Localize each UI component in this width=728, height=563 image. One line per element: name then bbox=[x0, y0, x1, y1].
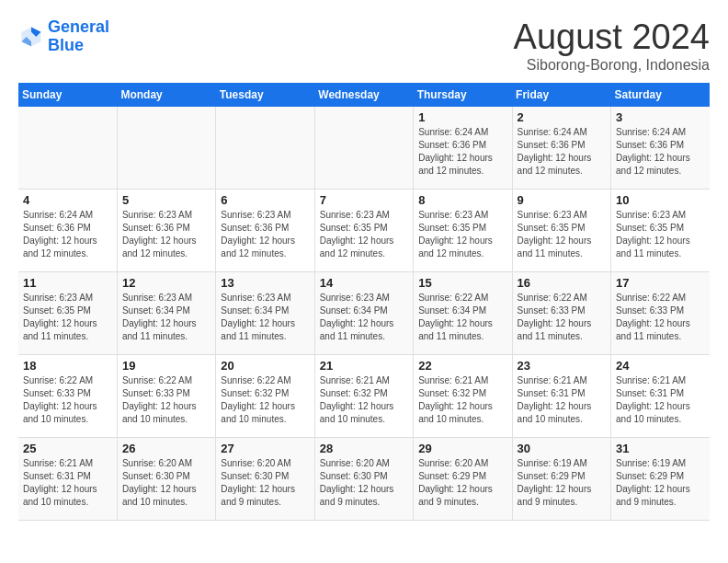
day-info: Sunrise: 6:24 AM Sunset: 6:36 PM Dayligh… bbox=[23, 209, 112, 260]
calendar-day-30: 30Sunrise: 6:19 AM Sunset: 6:29 PM Dayli… bbox=[512, 438, 610, 521]
location-subtitle: Siborong-Borong, Indonesia bbox=[514, 57, 710, 74]
calendar-day-11: 11Sunrise: 6:23 AM Sunset: 6:35 PM Dayli… bbox=[18, 272, 117, 355]
day-info: Sunrise: 6:23 AM Sunset: 6:36 PM Dayligh… bbox=[221, 209, 309, 260]
calendar-day-16: 16Sunrise: 6:22 AM Sunset: 6:33 PM Dayli… bbox=[512, 272, 610, 355]
day-info: Sunrise: 6:24 AM Sunset: 6:36 PM Dayligh… bbox=[418, 126, 506, 178]
day-info: Sunrise: 6:23 AM Sunset: 6:34 PM Dayligh… bbox=[221, 292, 309, 343]
calendar-day-2: 2Sunrise: 6:24 AM Sunset: 6:36 PM Daylig… bbox=[512, 107, 610, 190]
calendar-day-14: 14Sunrise: 6:23 AM Sunset: 6:34 PM Dayli… bbox=[314, 272, 413, 355]
day-number: 7 bbox=[320, 193, 408, 207]
calendar-day-6: 6Sunrise: 6:23 AM Sunset: 6:36 PM Daylig… bbox=[216, 190, 314, 272]
day-number: 16 bbox=[518, 276, 606, 290]
calendar-day-19: 19Sunrise: 6:22 AM Sunset: 6:33 PM Dayli… bbox=[117, 355, 215, 438]
day-number: 25 bbox=[23, 442, 112, 455]
day-number: 14 bbox=[320, 276, 408, 290]
day-info: Sunrise: 6:23 AM Sunset: 6:36 PM Dayligh… bbox=[122, 209, 210, 260]
calendar-day-10: 10Sunrise: 6:23 AM Sunset: 6:35 PM Dayli… bbox=[611, 190, 710, 272]
day-info: Sunrise: 6:21 AM Sunset: 6:31 PM Dayligh… bbox=[23, 457, 112, 509]
calendar-day-17: 17Sunrise: 6:22 AM Sunset: 6:33 PM Dayli… bbox=[611, 272, 710, 355]
calendar-empty-cell bbox=[117, 107, 215, 190]
calendar-day-12: 12Sunrise: 6:23 AM Sunset: 6:34 PM Dayli… bbox=[117, 272, 215, 355]
day-info: Sunrise: 6:23 AM Sunset: 6:35 PM Dayligh… bbox=[23, 292, 112, 343]
day-info: Sunrise: 6:21 AM Sunset: 6:31 PM Dayligh… bbox=[518, 374, 606, 426]
page-header: General Blue August 2024 Siborong-Borong… bbox=[18, 18, 710, 74]
day-info: Sunrise: 6:21 AM Sunset: 6:31 PM Dayligh… bbox=[616, 374, 705, 426]
day-number: 23 bbox=[518, 359, 606, 373]
day-number: 15 bbox=[418, 276, 506, 290]
weekday-header-friday: Friday bbox=[512, 83, 610, 107]
day-number: 21 bbox=[320, 359, 408, 373]
calendar-empty-cell bbox=[314, 107, 413, 190]
calendar-day-7: 7Sunrise: 6:23 AM Sunset: 6:35 PM Daylig… bbox=[314, 190, 413, 272]
day-number: 24 bbox=[616, 359, 705, 373]
day-number: 31 bbox=[616, 442, 705, 455]
month-title: August 2024 bbox=[514, 18, 710, 57]
day-info: Sunrise: 6:20 AM Sunset: 6:29 PM Dayligh… bbox=[418, 457, 506, 509]
day-number: 12 bbox=[122, 276, 210, 290]
day-number: 26 bbox=[122, 442, 210, 455]
day-info: Sunrise: 6:24 AM Sunset: 6:36 PM Dayligh… bbox=[518, 126, 606, 178]
day-info: Sunrise: 6:19 AM Sunset: 6:29 PM Dayligh… bbox=[616, 457, 705, 509]
day-number: 9 bbox=[518, 193, 606, 207]
calendar-day-1: 1Sunrise: 6:24 AM Sunset: 6:36 PM Daylig… bbox=[414, 107, 512, 190]
day-info: Sunrise: 6:21 AM Sunset: 6:32 PM Dayligh… bbox=[418, 374, 506, 426]
weekday-header-sunday: Sunday bbox=[18, 83, 117, 107]
calendar-day-25: 25Sunrise: 6:21 AM Sunset: 6:31 PM Dayli… bbox=[18, 438, 117, 521]
day-info: Sunrise: 6:23 AM Sunset: 6:35 PM Dayligh… bbox=[418, 209, 506, 260]
day-number: 8 bbox=[418, 193, 506, 207]
day-info: Sunrise: 6:20 AM Sunset: 6:30 PM Dayligh… bbox=[122, 457, 210, 509]
day-info: Sunrise: 6:23 AM Sunset: 6:34 PM Dayligh… bbox=[320, 292, 408, 343]
calendar-week-row: 18Sunrise: 6:22 AM Sunset: 6:33 PM Dayli… bbox=[18, 355, 710, 438]
day-number: 30 bbox=[518, 442, 606, 455]
day-number: 13 bbox=[221, 276, 309, 290]
day-number: 27 bbox=[221, 442, 309, 455]
day-number: 3 bbox=[616, 110, 705, 124]
day-number: 5 bbox=[122, 193, 210, 207]
calendar-day-28: 28Sunrise: 6:20 AM Sunset: 6:30 PM Dayli… bbox=[314, 438, 413, 521]
day-number: 11 bbox=[23, 276, 112, 290]
weekday-header-wednesday: Wednesday bbox=[314, 83, 413, 107]
calendar-day-8: 8Sunrise: 6:23 AM Sunset: 6:35 PM Daylig… bbox=[414, 190, 512, 272]
calendar-empty-cell bbox=[18, 107, 117, 190]
logo-line2: Blue bbox=[48, 36, 84, 54]
calendar-week-row: 11Sunrise: 6:23 AM Sunset: 6:35 PM Dayli… bbox=[18, 272, 710, 355]
logo: General Blue bbox=[18, 18, 109, 55]
day-number: 17 bbox=[616, 276, 705, 290]
calendar-week-row: 1Sunrise: 6:24 AM Sunset: 6:36 PM Daylig… bbox=[18, 107, 710, 190]
day-number: 20 bbox=[221, 359, 309, 373]
calendar-empty-cell bbox=[216, 107, 314, 190]
day-number: 6 bbox=[221, 193, 309, 207]
day-number: 28 bbox=[320, 442, 408, 455]
logo-line1: General bbox=[48, 17, 109, 36]
weekday-header-saturday: Saturday bbox=[611, 83, 710, 107]
day-info: Sunrise: 6:20 AM Sunset: 6:30 PM Dayligh… bbox=[320, 457, 408, 509]
calendar-day-3: 3Sunrise: 6:24 AM Sunset: 6:36 PM Daylig… bbox=[611, 107, 710, 190]
weekday-header-monday: Monday bbox=[117, 83, 215, 107]
day-number: 22 bbox=[418, 359, 506, 373]
calendar-day-23: 23Sunrise: 6:21 AM Sunset: 6:31 PM Dayli… bbox=[512, 355, 610, 438]
calendar-header: SundayMondayTuesdayWednesdayThursdayFrid… bbox=[18, 83, 710, 107]
calendar-day-13: 13Sunrise: 6:23 AM Sunset: 6:34 PM Dayli… bbox=[216, 272, 314, 355]
calendar-day-9: 9Sunrise: 6:23 AM Sunset: 6:35 PM Daylig… bbox=[512, 190, 610, 272]
calendar-day-20: 20Sunrise: 6:22 AM Sunset: 6:32 PM Dayli… bbox=[216, 355, 314, 438]
day-info: Sunrise: 6:21 AM Sunset: 6:32 PM Dayligh… bbox=[320, 374, 408, 426]
calendar-day-4: 4Sunrise: 6:24 AM Sunset: 6:36 PM Daylig… bbox=[18, 190, 117, 272]
calendar-day-27: 27Sunrise: 6:20 AM Sunset: 6:30 PM Dayli… bbox=[216, 438, 314, 521]
weekday-header-row: SundayMondayTuesdayWednesdayThursdayFrid… bbox=[18, 83, 710, 107]
calendar-day-29: 29Sunrise: 6:20 AM Sunset: 6:29 PM Dayli… bbox=[414, 438, 512, 521]
logo-icon bbox=[18, 24, 44, 50]
day-info: Sunrise: 6:23 AM Sunset: 6:34 PM Dayligh… bbox=[122, 292, 210, 343]
calendar-day-24: 24Sunrise: 6:21 AM Sunset: 6:31 PM Dayli… bbox=[611, 355, 710, 438]
day-info: Sunrise: 6:22 AM Sunset: 6:33 PM Dayligh… bbox=[122, 374, 210, 426]
day-number: 29 bbox=[418, 442, 506, 455]
day-info: Sunrise: 6:22 AM Sunset: 6:33 PM Dayligh… bbox=[518, 292, 606, 343]
title-block: August 2024 Siborong-Borong, Indonesia bbox=[514, 18, 710, 74]
day-number: 18 bbox=[23, 359, 112, 373]
day-info: Sunrise: 6:23 AM Sunset: 6:35 PM Dayligh… bbox=[320, 209, 408, 260]
day-info: Sunrise: 6:22 AM Sunset: 6:32 PM Dayligh… bbox=[221, 374, 309, 426]
calendar-day-22: 22Sunrise: 6:21 AM Sunset: 6:32 PM Dayli… bbox=[414, 355, 512, 438]
day-info: Sunrise: 6:23 AM Sunset: 6:35 PM Dayligh… bbox=[518, 209, 606, 260]
day-info: Sunrise: 6:22 AM Sunset: 6:33 PM Dayligh… bbox=[616, 292, 705, 343]
day-info: Sunrise: 6:23 AM Sunset: 6:35 PM Dayligh… bbox=[616, 209, 705, 260]
calendar-day-21: 21Sunrise: 6:21 AM Sunset: 6:32 PM Dayli… bbox=[314, 355, 413, 438]
